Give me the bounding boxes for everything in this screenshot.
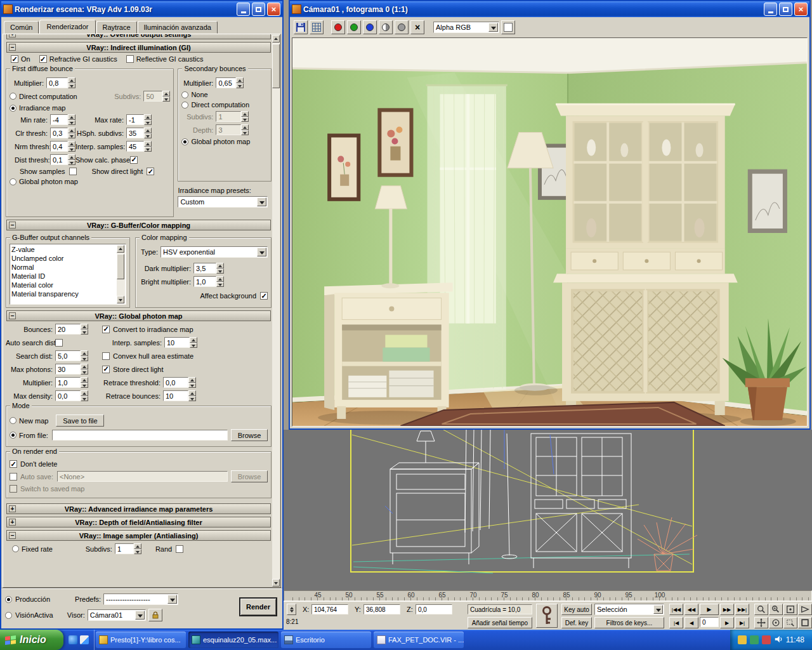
zoom-region-button[interactable] <box>783 617 797 628</box>
dist-thresh-spinner[interactable] <box>68 154 75 165</box>
clr-thresh-field[interactable]: 0,3 <box>50 128 68 138</box>
photon-interp-samples-spinner[interactable] <box>190 337 197 348</box>
affect-background-checkbox[interactable] <box>260 292 268 300</box>
next-frame-button[interactable]: ▶▶ <box>720 604 734 615</box>
show-calc-phase-checkbox[interactable] <box>130 156 138 164</box>
gbuffer-channels-list[interactable]: Z-value Unclamped color Normal Material … <box>10 244 126 305</box>
zoom-extents-button[interactable] <box>783 604 797 615</box>
x-coordinate-field[interactable]: 104,764 <box>311 604 348 614</box>
first-multiplier-spinner[interactable] <box>68 77 75 88</box>
autosave-browse-button[interactable]: Browse <box>231 470 268 482</box>
dialog-titlebar[interactable]: Renderizar escena: VRay Adv 1.09.03r × <box>1 1 282 17</box>
arc-rotate-button[interactable] <box>769 617 783 628</box>
fixed-rate-radio[interactable] <box>12 545 19 552</box>
secondary-multiplier-spinner[interactable] <box>236 77 244 88</box>
list-item[interactable]: Material transparency <box>11 289 117 298</box>
interp-samples-spinner[interactable] <box>144 141 152 152</box>
dialog-scrollbar[interactable] <box>272 35 280 587</box>
dropdown-arrow-icon[interactable] <box>257 197 266 206</box>
list-scrollbar[interactable] <box>117 245 125 303</box>
store-direct-light-checkbox[interactable] <box>102 366 110 373</box>
rollout-image-sampler[interactable]: – VRay:: Image sampler (Antialiasing) <box>6 530 271 541</box>
bounces-spinner[interactable] <box>81 324 88 335</box>
next-key-button[interactable]: ▶| <box>735 617 749 628</box>
auto-save-checkbox[interactable] <box>10 473 17 481</box>
show-direct-light-checkbox[interactable] <box>147 168 154 175</box>
dropdown-arrow-icon[interactable] <box>653 605 663 614</box>
show-samples-checkbox[interactable] <box>69 168 77 175</box>
set-key-button[interactable] <box>536 604 558 628</box>
zoom-button[interactable] <box>754 604 768 615</box>
dont-delete-checkbox[interactable] <box>10 460 17 468</box>
secondary-subdivs-field[interactable]: 1 <box>216 111 241 122</box>
refractive-caustics-checkbox[interactable] <box>39 55 47 63</box>
taskbar-item-3dsmax[interactable]: esquinaluz20_05.max... <box>188 632 278 648</box>
max-rate-spinner[interactable] <box>144 114 152 125</box>
secondary-depth-field[interactable]: 3 <box>216 124 241 135</box>
dropdown-arrow-icon[interactable] <box>167 595 177 604</box>
bounces-field[interactable]: 20 <box>55 324 81 335</box>
dist-thresh-field[interactable]: 0,1 <box>50 154 68 165</box>
rollout-indirect-illumination[interactable]: – VRay:: Indirect illumination (GI) <box>6 42 271 53</box>
dropdown-arrow-icon[interactable] <box>488 23 498 32</box>
max-photons-field[interactable]: 30 <box>55 364 81 375</box>
secondary-subdivs-spinner[interactable] <box>241 111 249 122</box>
start-button[interactable]: Inicio <box>0 630 63 650</box>
rollout-toggle-icon[interactable]: – <box>9 222 16 229</box>
key-filters-button[interactable]: Filtros de keys... <box>594 617 664 628</box>
clr-thresh-spinner[interactable] <box>68 128 75 138</box>
close-button[interactable]: × <box>267 3 280 16</box>
z-coordinate-field[interactable]: 0,0 <box>416 604 452 614</box>
max-rate-field[interactable]: -1 <box>126 114 144 125</box>
first-subdivs-field[interactable]: 50 <box>143 91 162 102</box>
tab-raytrace[interactable]: Raytrace <box>96 21 137 34</box>
irradiance-map-radio[interactable] <box>10 105 16 112</box>
photon-multiplier-field[interactable]: 1,0 <box>55 377 81 388</box>
max-density-spinner[interactable] <box>81 390 88 401</box>
current-frame-field[interactable]: 0 <box>700 617 719 627</box>
monochrome-button[interactable] <box>379 20 393 34</box>
taskbar-item-presto[interactable]: Presto[1]-Y:\libro cos... <box>96 632 186 648</box>
save-bitmap-button[interactable] <box>294 20 308 34</box>
min-rate-spinner[interactable] <box>68 114 75 125</box>
rollout-toggle-icon[interactable]: + <box>9 519 16 526</box>
rollout-global-photon-map[interactable]: – VRay:: Global photon map <box>6 310 271 321</box>
secondary-direct-radio[interactable] <box>181 102 188 109</box>
save-to-file-button[interactable]: Save to file <box>56 415 104 427</box>
step-forward-button[interactable]: ▶ <box>720 617 734 628</box>
track-selection-button[interactable] <box>287 604 296 615</box>
clear-button[interactable]: × <box>410 20 424 34</box>
list-item[interactable]: Normal <box>11 263 117 272</box>
retrace-bounces-field[interactable]: 10 <box>163 390 188 401</box>
internet-explorer-icon[interactable] <box>69 635 77 644</box>
photon-interp-samples-field[interactable]: 10 <box>164 337 190 348</box>
min-rate-field[interactable]: -4 <box>50 114 68 125</box>
rollout-toggle-icon[interactable]: – <box>9 312 16 319</box>
first-global-photon-radio[interactable] <box>10 178 16 185</box>
default-key-button[interactable]: Def. key <box>561 617 592 628</box>
from-file-radio[interactable] <box>10 432 16 439</box>
dark-multiplier-field[interactable]: 3,5 <box>193 263 216 274</box>
scroll-down-icon[interactable] <box>272 579 280 587</box>
viewport-dropdown[interactable]: Cámara01 <box>88 609 146 621</box>
hsph-subdivs-spinner[interactable] <box>144 128 152 138</box>
retrace-threshold-spinner[interactable] <box>188 377 196 388</box>
auto-search-dist-checkbox[interactable] <box>55 339 63 347</box>
switch-saved-map-checkbox[interactable] <box>10 485 17 493</box>
pan-button[interactable] <box>754 617 768 628</box>
auto-key-button[interactable]: Key auto <box>561 604 592 615</box>
scroll-up-icon[interactable] <box>272 35 280 43</box>
rollout-toggle-icon[interactable]: – <box>9 532 16 539</box>
taskbar-item-fax-doc[interactable]: FAX_PET_DOC.VIR - ... <box>374 632 464 648</box>
scroll-up-icon[interactable] <box>117 245 124 253</box>
vfb-minimize-button[interactable] <box>764 3 777 16</box>
direct-computation-radio[interactable] <box>10 93 16 100</box>
rollout-dof-antialiasing[interactable]: + VRay:: Depth of field/Antialiasing fil… <box>6 517 271 527</box>
hsph-subdivs-field[interactable]: 35 <box>126 128 144 138</box>
rollout-toggle-icon[interactable]: + <box>9 505 16 512</box>
go-to-start-button[interactable]: |◀◀ <box>669 604 683 615</box>
retrace-bounces-spinner[interactable] <box>188 390 196 401</box>
taskbar-item-escritorio[interactable]: Escritorio <box>281 632 371 648</box>
convex-hull-checkbox[interactable] <box>102 352 110 360</box>
secondary-multiplier-field[interactable]: 0,65 <box>216 77 236 88</box>
